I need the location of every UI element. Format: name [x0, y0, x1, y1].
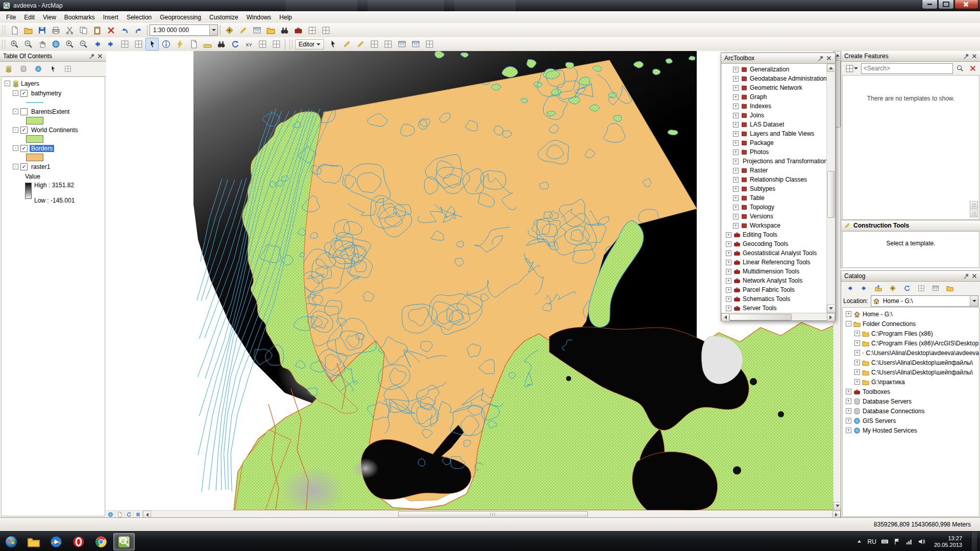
close-icon[interactable]	[970, 272, 978, 280]
options-button[interactable]	[61, 63, 75, 76]
layer-symbol[interactable]	[26, 117, 43, 124]
minimize-button[interactable]	[922, 0, 938, 9]
catalog-item-label[interactable]: Home - G:\	[863, 311, 893, 318]
toolbox-item-label[interactable]: Photos	[750, 148, 769, 156]
catalog-item-label[interactable]: Database Servers	[863, 398, 912, 405]
add-data-button[interactable]	[223, 24, 236, 37]
toolbox-item[interactable]: +Topology	[722, 203, 827, 212]
chevron-down-icon[interactable]	[209, 25, 217, 35]
arctoolbox-horizontal-scrollbar[interactable]	[721, 313, 835, 320]
toolbox-item-label[interactable]: Generalization	[750, 66, 789, 73]
scroll-down-button[interactable]	[827, 305, 835, 313]
delete-button[interactable]	[104, 24, 117, 37]
tree-expander[interactable]: +	[726, 251, 731, 256]
toolbox-item-label[interactable]: Raster	[750, 167, 768, 174]
toolbox-item[interactable]: +Server Tools	[722, 304, 827, 313]
clear-selection-button[interactable]	[132, 38, 145, 51]
action-center-flag-icon[interactable]	[893, 538, 901, 545]
catalog-item[interactable]: +Toolboxes	[843, 387, 979, 396]
hyperlink-button[interactable]	[173, 38, 186, 51]
tree-expander[interactable]: +	[733, 104, 739, 109]
catalog-item-label[interactable]: C:\Users\Alina\Desktop\шейпфайлы\	[871, 369, 973, 376]
tree-expander[interactable]: +	[726, 287, 731, 293]
toolbox-item[interactable]: +Geometric Network	[722, 83, 827, 92]
close-button[interactable]	[954, 0, 978, 9]
horizontal-scroll-thumb[interactable]	[729, 314, 792, 320]
catalog-item-label[interactable]: Folder Connections	[863, 320, 916, 328]
viewer-window-button[interactable]	[270, 38, 283, 51]
taskbar-item-opera[interactable]	[68, 534, 89, 550]
layer-name[interactable]: BarentsExtent	[30, 108, 71, 115]
clear-search-button[interactable]	[967, 62, 978, 75]
organize-templates-button[interactable]	[843, 62, 860, 75]
toolbox-item[interactable]: +Geodatabase Administration	[722, 74, 827, 83]
go-forward-extent-button[interactable]	[104, 38, 117, 51]
catalog-window-button[interactable]	[264, 24, 277, 37]
tree-expander[interactable]: +	[846, 398, 851, 404]
taskbar-clock[interactable]: 13:27 20.05.2013	[930, 535, 966, 548]
layer-visibility-checkbox[interactable]: ✓	[20, 145, 28, 152]
data-view-button[interactable]	[106, 511, 115, 518]
identify-button[interactable]	[159, 38, 173, 51]
language-indicator[interactable]: RU	[868, 538, 876, 545]
editor-menu[interactable]: Editor	[295, 39, 324, 49]
toolbox-item[interactable]: +Geostatistical Analyst Tools	[722, 248, 827, 258]
pin-icon[interactable]	[962, 272, 970, 280]
find-button[interactable]	[214, 38, 228, 51]
tree-expander[interactable]: +	[733, 67, 739, 72]
list-by-drawing-order-button[interactable]	[2, 63, 15, 76]
menu-windows[interactable]: Windows	[242, 12, 276, 22]
zoom-in-button[interactable]	[8, 38, 21, 51]
full-extent-button[interactable]	[49, 38, 62, 51]
taskbar-item-chrome[interactable]	[91, 534, 111, 550]
panel-toggle-button[interactable]	[970, 201, 978, 209]
toolbox-item-label[interactable]: Geometric Network	[750, 84, 802, 91]
template-search-input[interactable]	[861, 63, 953, 74]
toolbox-item-label[interactable]: Versions	[750, 213, 773, 220]
menu-insert[interactable]: Insert	[99, 12, 122, 22]
tree-expander[interactable]: -	[13, 127, 18, 133]
catalog-item[interactable]: +Database Servers	[843, 396, 979, 406]
tree-expander[interactable]: +	[726, 296, 731, 302]
toolbox-item[interactable]: +Table	[722, 193, 827, 203]
menu-selection[interactable]: Selection	[122, 12, 156, 22]
tree-expander[interactable]: +	[733, 177, 739, 183]
catalog-item[interactable]: +GIS Servers	[843, 416, 979, 425]
tree-expander[interactable]: +	[854, 340, 860, 346]
toolbox-item-label[interactable]: Joins	[750, 112, 764, 119]
chevron-down-icon[interactable]	[970, 296, 978, 306]
tree-expander[interactable]: -	[13, 109, 18, 114]
open-button[interactable]	[21, 24, 35, 37]
go-to-xy-button[interactable]	[242, 38, 255, 51]
catalog-item[interactable]: +C:\Users\Alina\Desktop\шейпфайлы\	[843, 367, 979, 377]
tree-expander[interactable]: -	[5, 81, 10, 86]
forward-button[interactable]	[857, 282, 871, 295]
refresh-button[interactable]	[900, 282, 914, 295]
arctoolbox-header[interactable]: ArcToolbox	[721, 53, 835, 64]
network-icon[interactable]	[905, 538, 913, 545]
undo-button[interactable]	[118, 24, 131, 37]
tree-expander[interactable]: +	[846, 389, 851, 394]
toolbox-item[interactable]: +Indexes	[722, 102, 827, 111]
toolbox-item[interactable]: +Network Analyst Tools	[722, 276, 827, 285]
toolbox-item[interactable]: +Schematics Tools	[722, 294, 827, 304]
tree-expander[interactable]: +	[854, 360, 860, 365]
layer-name[interactable]: raster1	[30, 163, 52, 170]
menu-help[interactable]: Help	[275, 12, 296, 22]
catalog-item-label[interactable]: Database Connections	[863, 408, 924, 415]
tree-expander[interactable]: +	[854, 379, 860, 385]
thumbnail-view-button[interactable]	[929, 282, 942, 295]
tree-expander[interactable]: +	[726, 278, 731, 284]
toolbox-item-label[interactable]: Workspace	[750, 222, 780, 229]
trace-button[interactable]	[354, 38, 367, 51]
tree-expander[interactable]: +	[854, 331, 860, 336]
toolbox-item[interactable]: +Layers and Table Views	[722, 129, 827, 138]
tree-expander[interactable]: +	[846, 408, 851, 414]
show-hidden-icons-button[interactable]	[855, 538, 863, 545]
toolbox-item[interactable]: +Editing Tools	[722, 230, 827, 239]
python-window-button[interactable]	[305, 24, 318, 37]
catalog-item[interactable]: +My Hosted Services	[843, 425, 979, 435]
edit-tool-button[interactable]	[326, 38, 339, 51]
keyboard-layout-icon[interactable]	[881, 538, 889, 545]
toolbox-item[interactable]: +LAS Dataset	[722, 120, 827, 129]
